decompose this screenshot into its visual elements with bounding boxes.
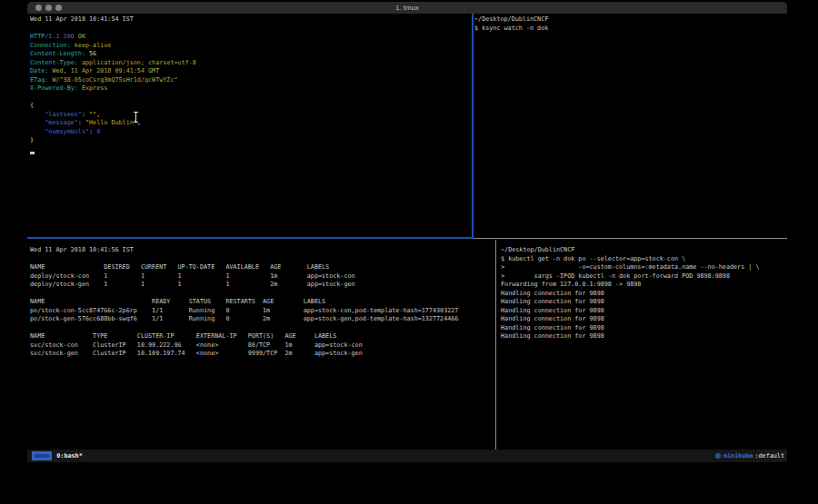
terminal-line bbox=[30, 94, 196, 103]
terminal-line: ~/Desktop/DublinCNCF bbox=[501, 246, 759, 255]
terminal-line: X-Powered-By: Express bbox=[30, 84, 196, 94]
terminal-line: HTTP/1.1 200 OK bbox=[30, 33, 196, 42]
terminal-line: ~/Desktop/DublinCNCF bbox=[474, 15, 548, 25]
terminal-line: Date: Wed, 11 Apr 2018 09:41:54 GMT bbox=[30, 67, 196, 76]
terminal-line: ETag: W/"38-05coCsrg3mQ75sHr1d/qcWTwYZc" bbox=[30, 76, 196, 85]
terminal-line: Handling connection for 9898 bbox=[501, 324, 759, 333]
terminal-line: Handling connection for 9898 bbox=[501, 315, 759, 324]
terminal-line: "message": "Hello Dublin", bbox=[30, 119, 196, 128]
terminal-line bbox=[30, 324, 458, 333]
window-tab-bash[interactable]: 0:bash* bbox=[56, 452, 82, 460]
terminal-line: Content-Type: application/json; charset=… bbox=[30, 59, 196, 68]
terminal-line: "lastseen": "", bbox=[30, 111, 196, 120]
terminal-line bbox=[30, 290, 458, 299]
tmux-status-bar: demo 0:bash* minikube:default bbox=[27, 450, 787, 462]
terminal-line bbox=[30, 25, 196, 34]
terminal-line: NAME READY STATUS RESTARTS AGE LABELS bbox=[30, 298, 458, 307]
terminal-line: } bbox=[30, 136, 196, 145]
pane-port-forward[interactable]: ~/Desktop/DublinCNCF$ kubectl get -n dok… bbox=[501, 246, 759, 341]
terminal-line: Handling connection for 9898 bbox=[501, 290, 759, 299]
terminal-line: svc/stock-gen ClusterIP 10.109.197.74 <n… bbox=[30, 350, 458, 359]
terminal-cursor bbox=[30, 152, 35, 154]
terminal-line: > -o=custom-columns=:metadata.name --no-… bbox=[501, 263, 759, 272]
terminal-line: svc/stock-con ClusterIP 10.99.222.96 <no… bbox=[30, 341, 458, 351]
session-name-badge: demo bbox=[32, 451, 52, 460]
terminal-line: Content-Length: 56 bbox=[30, 50, 196, 59]
pane-http-response[interactable]: Wed 11 Apr 2018 10:41:54 ISTHTTP/1.1 200… bbox=[30, 15, 196, 145]
terminal-line: Wed 11 Apr 2018 10:41:56 IST bbox=[30, 246, 458, 255]
desktop: { "window": { "title": "1. tmux", "traff… bbox=[0, 0, 818, 504]
terminal-line: deploy/stock-gen 1 1 1 1 2m app=stock-ge… bbox=[30, 281, 458, 290]
terminal-line: deploy/stock-con 1 1 1 1 1m app=stock-co… bbox=[30, 272, 458, 282]
active-pane-divider-vertical[interactable] bbox=[472, 14, 474, 237]
window-title: 1. tmux bbox=[27, 4, 787, 12]
terminal-line: Wed 11 Apr 2018 10:41:54 IST bbox=[30, 15, 196, 25]
pane-divider-vertical[interactable] bbox=[495, 240, 496, 450]
window-titlebar: 1. tmux bbox=[27, 2, 787, 14]
terminal-line: { bbox=[30, 102, 196, 111]
terminal-line: Handling connection for 9898 bbox=[501, 307, 759, 316]
terminal-line: $ ksync watch -n dok bbox=[474, 25, 548, 34]
pane-divider-horizontal[interactable] bbox=[474, 238, 787, 239]
active-pane-divider-horizontal[interactable] bbox=[27, 237, 474, 239]
terminal-line: $ kubectl get -n dok po --selector=app=s… bbox=[501, 255, 759, 264]
terminal-line: Handling connection for 9898 bbox=[501, 298, 759, 307]
kube-namespace: :default bbox=[754, 452, 784, 460]
pane-ksync-watch[interactable]: ~/Desktop/DublinCNCF$ ksync watch -n dok bbox=[474, 15, 548, 33]
terminal-window: 1. tmux Wed 11 Apr 2018 10:41:54 ISTHTTP… bbox=[27, 2, 787, 462]
terminal-line: Connection: keep-alive bbox=[30, 42, 196, 51]
terminal-line: Forwarding from 127.0.0.1:9898 -> 9898 bbox=[501, 281, 759, 290]
terminal-line: po/stock-gen-576cc688bb-swqf6 1/1 Runnin… bbox=[30, 315, 458, 324]
kube-context-indicator: minikube:default bbox=[714, 452, 784, 460]
text-cursor-icon bbox=[133, 112, 139, 123]
terminal-line: NAME DESIRED CURRENT UP-TO-DATE AVAILABL… bbox=[30, 263, 458, 272]
terminal-line: > xargs -IPOD kubectl -n dok port-forwar… bbox=[501, 272, 759, 282]
helm-wheel-icon bbox=[714, 452, 722, 460]
terminal-line bbox=[30, 255, 458, 264]
terminal-line: po/stock-con-5cc874766c-2p6rp 1/1 Runnin… bbox=[30, 307, 458, 316]
tmux-session-body: Wed 11 Apr 2018 10:41:54 ISTHTTP/1.1 200… bbox=[27, 14, 787, 450]
terminal-line: Handling connection for 9898 bbox=[501, 332, 759, 341]
terminal-line: "numsymbols": 4 bbox=[30, 128, 196, 137]
kube-context-name: minikube bbox=[723, 452, 753, 460]
pane-kubectl-resources[interactable]: Wed 11 Apr 2018 10:41:56 ISTNAME DESIRED… bbox=[30, 246, 458, 359]
terminal-line: NAME TYPE CLUSTER-IP EXTERNAL-IP PORT(S)… bbox=[30, 332, 458, 341]
